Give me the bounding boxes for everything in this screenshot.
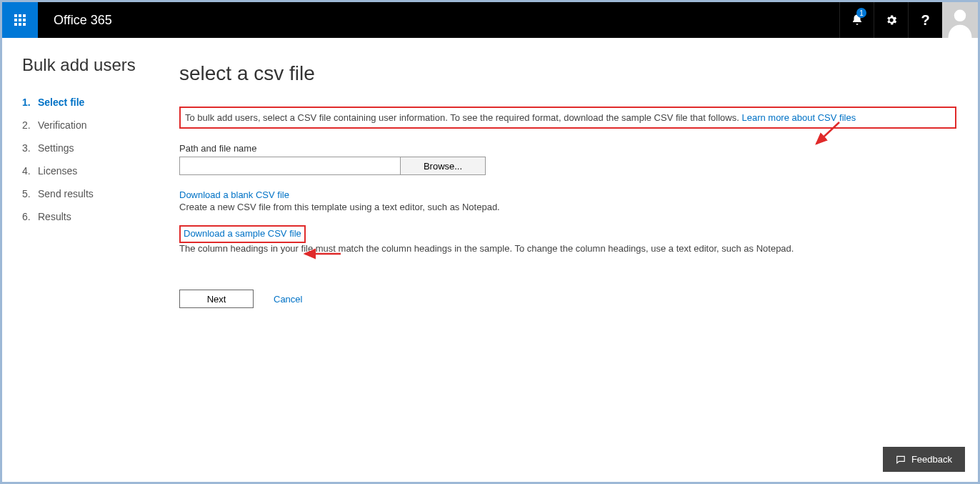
download-blank-link[interactable]: Download a blank CSV file: [179, 189, 289, 200]
step-settings[interactable]: 3.Settings: [22, 137, 179, 159]
help-button[interactable]: ?: [908, 2, 942, 38]
download-sample-desc: The column headings in your file must ma…: [179, 243, 956, 254]
intro-callout: To bulk add users, select a CSV file con…: [179, 107, 956, 129]
notifications-button[interactable]: 1: [839, 2, 874, 38]
gear-icon: [885, 14, 898, 26]
wizard-steps: 1.Select file 2.Verification 3.Settings …: [22, 91, 179, 228]
waffle-icon: [14, 14, 26, 26]
step-results[interactable]: 6.Results: [22, 205, 179, 228]
button-row: Next Cancel: [179, 290, 956, 308]
main-content: select a csv file To bulk add users, sel…: [179, 55, 978, 308]
download-sample-link[interactable]: Download a sample CSV file: [184, 228, 301, 239]
download-sample-block: Download a sample CSV file The column he…: [179, 225, 956, 254]
main-heading: select a csv file: [179, 62, 956, 85]
topbar: Office 365 1 ?: [2, 2, 978, 38]
svg-point-0: [954, 10, 966, 22]
file-path-input[interactable]: [179, 157, 401, 175]
chat-icon: [896, 455, 906, 465]
cancel-link[interactable]: Cancel: [274, 294, 302, 305]
browse-button[interactable]: Browse...: [400, 157, 486, 175]
intro-text: To bulk add users, select a CSV file con…: [185, 112, 741, 123]
step-send-results[interactable]: 5.Send results: [22, 182, 179, 205]
step-verification[interactable]: 2.Verification: [22, 114, 179, 137]
settings-button[interactable]: [874, 2, 908, 38]
notification-badge: 1: [856, 8, 866, 18]
user-avatar[interactable]: [942, 2, 978, 38]
download-blank-desc: Create a new CSV file from this template…: [179, 202, 956, 212]
path-label: Path and file name: [179, 143, 956, 154]
step-select-file[interactable]: 1.Select file: [22, 91, 179, 114]
avatar-icon: [946, 6, 974, 38]
learn-more-link[interactable]: Learn more about CSV files: [741, 112, 856, 123]
feedback-button[interactable]: Feedback: [883, 447, 965, 472]
download-blank-block: Download a blank CSV file Create a new C…: [179, 189, 956, 212]
page-title: Bulk add users: [22, 55, 179, 75]
file-row: Browse...: [179, 157, 956, 175]
download-sample-highlight: Download a sample CSV file: [179, 225, 306, 243]
step-licenses[interactable]: 4.Licenses: [22, 159, 179, 182]
help-icon: ?: [921, 12, 929, 29]
brand-title: Office 365: [38, 2, 839, 38]
top-actions: 1 ?: [839, 2, 978, 38]
next-button[interactable]: Next: [179, 290, 254, 308]
app-launcher-button[interactable]: [2, 2, 38, 38]
wizard-sidebar: Bulk add users 1.Select file 2.Verificat…: [22, 55, 179, 308]
